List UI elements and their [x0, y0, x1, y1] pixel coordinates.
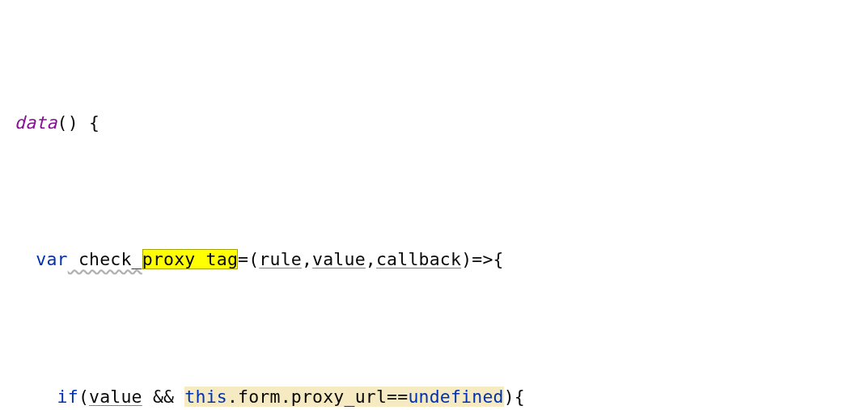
highlighted-token: proxy_tag	[142, 249, 238, 269]
code-line[interactable]: var check_proxy_tag=(rule,value,callback…	[0, 243, 868, 277]
fn-name: data	[15, 112, 57, 133]
code-line[interactable]: data() {	[0, 106, 868, 140]
warn-token: this.form.proxy_url==undefined	[184, 387, 503, 407]
code-line[interactable]: if(value && this.form.proxy_url==undefin…	[0, 380, 868, 410]
code-editor[interactable]: data() { var check_proxy_tag=(rule,value…	[0, 0, 868, 410]
